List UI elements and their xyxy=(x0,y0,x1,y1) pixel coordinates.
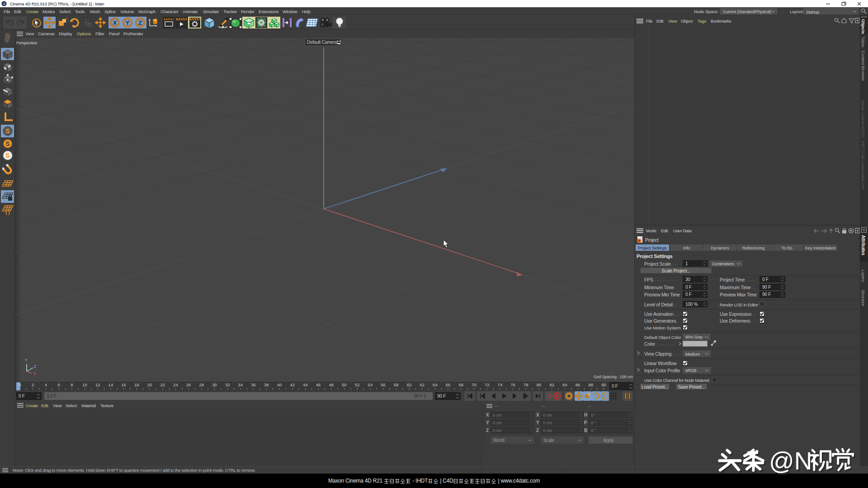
svg-text:86: 86 xyxy=(576,382,580,387)
svg-text:34: 34 xyxy=(238,382,243,387)
svg-text:66: 66 xyxy=(446,382,451,387)
svg-text:42: 42 xyxy=(290,382,295,387)
svg-text:72: 72 xyxy=(485,382,490,387)
svg-text:S: S xyxy=(5,140,9,147)
svg-text:78: 78 xyxy=(524,382,528,387)
svg-text:2: 2 xyxy=(32,382,34,387)
svg-text:58: 58 xyxy=(394,382,399,387)
svg-text:74: 74 xyxy=(498,382,503,387)
svg-text:0: 0 xyxy=(19,382,21,387)
svg-text:X: X xyxy=(113,19,117,26)
svg-text:24: 24 xyxy=(173,382,178,387)
svg-text:P: P xyxy=(603,394,606,399)
svg-text:10: 10 xyxy=(82,382,87,387)
svg-text:70: 70 xyxy=(472,382,476,387)
svg-text:26: 26 xyxy=(186,382,191,387)
svg-text:S: S xyxy=(5,127,9,135)
svg-text:82: 82 xyxy=(549,382,554,387)
svg-text:18: 18 xyxy=(134,382,139,387)
svg-text:@N: @N xyxy=(769,447,812,474)
svg-text:44: 44 xyxy=(303,382,308,387)
svg-text:38: 38 xyxy=(264,382,269,387)
svg-text:S: S xyxy=(5,152,9,159)
svg-text:Z: Z xyxy=(138,19,142,26)
svg-text:8: 8 xyxy=(71,382,73,387)
svg-text:6: 6 xyxy=(57,382,60,387)
svg-text:36: 36 xyxy=(251,382,256,387)
svg-text:68: 68 xyxy=(459,382,464,387)
svg-text:56: 56 xyxy=(381,382,386,387)
svg-text:4: 4 xyxy=(45,382,47,387)
svg-text:( ): ( ) xyxy=(5,210,9,215)
svg-text:20: 20 xyxy=(147,382,152,387)
svg-text:84: 84 xyxy=(562,382,567,387)
svg-text:Z: Z xyxy=(34,364,37,369)
svg-text:50: 50 xyxy=(342,382,347,387)
svg-text:14: 14 xyxy=(108,382,113,387)
svg-text:Y: Y xyxy=(25,358,28,362)
svg-text:80: 80 xyxy=(537,382,542,387)
svg-text:76: 76 xyxy=(510,382,515,387)
svg-text:32: 32 xyxy=(225,382,230,387)
svg-text:12: 12 xyxy=(95,382,100,387)
svg-text:40: 40 xyxy=(277,382,282,387)
svg-text:54: 54 xyxy=(368,382,373,387)
svg-text:48: 48 xyxy=(329,382,334,387)
svg-text:28: 28 xyxy=(199,382,204,387)
svg-text:88: 88 xyxy=(589,382,594,387)
svg-text:16: 16 xyxy=(121,382,126,387)
svg-text:22: 22 xyxy=(160,382,165,387)
svg-text:46: 46 xyxy=(316,382,321,387)
svg-text:Y: Y xyxy=(126,19,130,26)
svg-text:62: 62 xyxy=(420,382,425,387)
svg-text:64: 64 xyxy=(433,382,438,387)
svg-text:X: X xyxy=(33,371,36,376)
svg-text:52: 52 xyxy=(355,382,360,387)
